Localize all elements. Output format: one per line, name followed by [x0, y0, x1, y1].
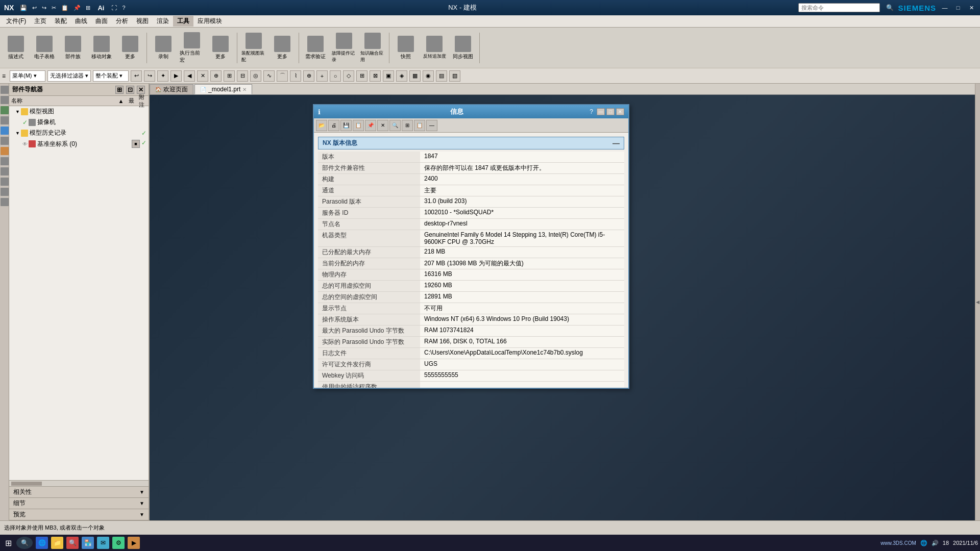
toolbar-btn-more1[interactable]: 更多 [116, 30, 144, 66]
sec-icon-25[interactable]: ▧ [449, 70, 460, 82]
taskbar-store[interactable]: 🏪 [82, 537, 94, 549]
toolbar-btn-play[interactable]: 执行当前宏 [178, 30, 206, 66]
toolbar-btn-parts[interactable]: 部件族 [59, 30, 87, 66]
start-btn[interactable]: ⊞ [2, 536, 15, 550]
sec-icon-23[interactable]: ◉ [423, 70, 434, 82]
sub-panel-detail[interactable]: 细节 ▼ [9, 498, 149, 509]
sec-icon-17[interactable]: ◇ [343, 70, 354, 82]
left-icon-10[interactable] [1, 178, 9, 186]
menu-render[interactable]: 渲染 [153, 16, 173, 27]
tree-item-model-history[interactable]: ▼ 模型历史记录 ✓ [9, 128, 149, 138]
info-help-btn[interactable]: ? [590, 108, 593, 115]
quick-access-save[interactable]: 💾 [20, 5, 27, 11]
menu-appmodule[interactable]: 应用模块 [193, 16, 226, 27]
toolbar-btn-fault[interactable]: 故障提作记录 [330, 30, 358, 66]
sec-icon-4[interactable]: ▶ [170, 70, 182, 82]
help-btn[interactable]: ? [122, 5, 125, 11]
menu-curve[interactable]: 曲线 [71, 16, 91, 27]
tab-model[interactable]: 📄 _model1.prt ✕ [194, 84, 252, 94]
sec-icon-2[interactable]: ↪ [144, 70, 155, 82]
h-scroll-thumb[interactable] [11, 482, 42, 486]
sec-icon-13[interactable]: ⌇ [290, 70, 301, 82]
info-tb-delete[interactable]: ✕ [377, 120, 388, 131]
toolbar-btn-back[interactable]: 反转追加度 [421, 30, 448, 66]
taskbar-search2[interactable]: 🔍 [66, 537, 79, 549]
left-icon-1[interactable] [1, 86, 9, 94]
info-tb-save[interactable]: 💾 [340, 120, 352, 131]
toolbar-btn-req[interactable]: 需求验证 [302, 30, 329, 66]
sec-icon-10[interactable]: ◎ [250, 70, 261, 82]
sec-icon-21[interactable]: ◈ [396, 70, 407, 82]
menu-tools[interactable]: 工具 [173, 16, 193, 27]
taskbar-explorer[interactable]: 📁 [51, 537, 63, 549]
sec-icon-5[interactable]: ◀ [184, 70, 195, 82]
sec-icon-7[interactable]: ⊕ [210, 70, 222, 82]
toolbar-btn-record[interactable]: 录制 [150, 30, 177, 66]
sec-icon-15[interactable]: + [316, 70, 328, 82]
sec-icon-1[interactable]: ↩ [131, 70, 142, 82]
left-icon-2[interactable] [1, 96, 9, 104]
sec-icon-22[interactable]: ▦ [409, 70, 421, 82]
menu-analysis[interactable]: 分析 [112, 16, 132, 27]
info-restore-btn[interactable]: □ [606, 108, 615, 115]
taskbar-edge[interactable]: 🌐 [36, 537, 48, 549]
sub-panel-preview[interactable]: 预览 ▼ [9, 509, 149, 520]
sub-panel-related[interactable]: 相关性 ▼ [9, 487, 149, 498]
toolbar-btn-move[interactable]: 移动对象 [88, 30, 115, 66]
info-content[interactable]: NX 版本信息 — 版本 1847 部件文件兼容性 保存的部件可以在 1847 … [314, 133, 628, 388]
sec-icon-8[interactable]: ⊞ [224, 70, 235, 82]
coord-icon1[interactable]: ■ [132, 140, 140, 148]
info-tb-open[interactable]: 📂 [316, 120, 327, 131]
sec-icon-20[interactable]: ▣ [383, 70, 394, 82]
left-icon-4[interactable] [1, 116, 9, 124]
menu-surface[interactable]: 曲面 [91, 16, 112, 27]
quick-access-paste[interactable]: 📌 [74, 5, 81, 11]
quick-access-cut[interactable]: ✂ [52, 5, 56, 11]
left-icon-9[interactable] [1, 167, 9, 176]
sec-icon-19[interactable]: ⊠ [370, 70, 381, 82]
menu-toggle[interactable]: ≡ [2, 72, 6, 80]
panel-close[interactable]: ✕ [137, 86, 145, 94]
fullscreen-btn[interactable]: ⛶ [111, 5, 117, 11]
info-tb-paste[interactable]: 📌 [365, 120, 376, 131]
search-icon[interactable]: 🔍 [886, 4, 894, 11]
sec-icon-9[interactable]: ⊟ [237, 70, 248, 82]
sec-icon-18[interactable]: ⊞ [356, 70, 368, 82]
taskbar-app1[interactable]: ⚙ [112, 537, 125, 549]
toolbar-btn-describe[interactable]: 描述式 [2, 30, 30, 66]
left-icon-7[interactable] [1, 147, 9, 155]
toolbar-btn-sync[interactable]: 同步视图 [449, 30, 477, 66]
menu-home[interactable]: 主页 [30, 16, 51, 27]
info-tb-print[interactable]: 🖨 [328, 120, 339, 131]
tree-item-coord[interactable]: 👁 基准坐标系 (0) ■ ✓ [9, 138, 149, 149]
left-icon-6[interactable] [1, 137, 9, 145]
minimize-btn[interactable]: — [940, 3, 949, 12]
sec-icon-16[interactable]: ○ [330, 70, 341, 82]
col-sort[interactable]: ▲ [116, 98, 126, 104]
info-tb-copy[interactable]: 📋 [353, 120, 364, 131]
left-icon-12[interactable] [1, 198, 9, 206]
toolbar-btn-snapshot[interactable]: 快照 [392, 30, 420, 66]
toolbar-btn-assembly[interactable]: 装配视图装配 [240, 30, 267, 66]
sec-icon-24[interactable]: ▤ [436, 70, 447, 82]
taskbar-app2[interactable]: ▶ [128, 537, 140, 549]
quick-access-redo[interactable]: ↪ [42, 5, 46, 11]
menu-assembly[interactable]: 装配 [51, 16, 71, 27]
left-icon-3[interactable] [1, 106, 9, 114]
tree-item-model-views[interactable]: ▼ 模型视图 [9, 106, 149, 117]
right-panel-toggle[interactable]: ◀ [975, 84, 980, 520]
info-tb-minus[interactable]: — [426, 120, 437, 131]
tab-welcome[interactable]: 🏠 欢迎页面 [150, 84, 193, 94]
info-minimize-btn[interactable]: — [597, 108, 605, 115]
menu-file[interactable]: 文件(F) [2, 16, 30, 27]
tab-model-close[interactable]: ✕ [242, 87, 247, 92]
info-tb-format[interactable]: 📋 [414, 120, 425, 131]
sec-icon-6[interactable]: ✕ [197, 70, 208, 82]
sec-icon-12[interactable]: ⌒ [277, 70, 288, 82]
panel-icon2[interactable]: ⊡ [126, 86, 134, 94]
taskbar-mail[interactable]: ✉ [97, 537, 109, 549]
quick-access-undo[interactable]: ↩ [32, 5, 37, 11]
left-icon-5[interactable] [1, 127, 9, 135]
quick-access-copy[interactable]: 📋 [61, 5, 68, 11]
menu-dropdown[interactable]: 菜单(M) ▾ [10, 70, 45, 82]
